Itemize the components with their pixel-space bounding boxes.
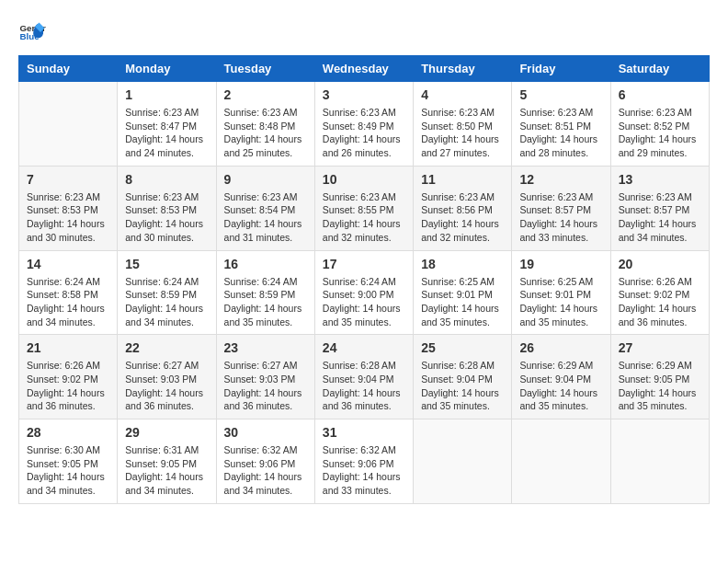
calendar-day-cell: 9Sunrise: 6:23 AMSunset: 8:54 PMDaylight… <box>216 166 314 250</box>
day-info: Sunrise: 6:29 AMSunset: 9:04 PMDaylight:… <box>519 359 602 413</box>
calendar-week-row: 14Sunrise: 6:24 AMSunset: 8:58 PMDayligh… <box>19 250 710 335</box>
calendar-day-cell <box>19 82 118 167</box>
day-number: 1 <box>125 87 208 102</box>
col-header-sunday: Sunday <box>19 56 118 82</box>
calendar-day-cell <box>414 419 512 504</box>
calendar-day-cell: 24Sunrise: 6:28 AMSunset: 9:04 PMDayligh… <box>314 335 413 419</box>
calendar-day-cell: 2Sunrise: 6:23 AMSunset: 8:48 PMDaylight… <box>216 82 314 167</box>
day-number: 28 <box>27 425 109 440</box>
day-info: Sunrise: 6:23 AMSunset: 8:53 PMDaylight:… <box>27 190 109 245</box>
day-number: 8 <box>125 172 208 187</box>
day-number: 22 <box>125 340 208 355</box>
day-info: Sunrise: 6:25 AMSunset: 9:01 PMDaylight:… <box>519 275 602 329</box>
day-number: 18 <box>421 257 504 271</box>
day-number: 17 <box>323 257 405 271</box>
day-number: 11 <box>421 172 504 187</box>
day-number: 2 <box>224 87 307 102</box>
day-number: 19 <box>519 257 602 271</box>
day-number: 21 <box>27 340 109 355</box>
day-info: Sunrise: 6:23 AMSunset: 8:57 PMDaylight:… <box>519 190 602 245</box>
calendar-day-cell: 23Sunrise: 6:27 AMSunset: 9:03 PMDayligh… <box>216 335 314 419</box>
calendar-week-row: 7Sunrise: 6:23 AMSunset: 8:53 PMDaylight… <box>19 166 710 250</box>
col-header-thursday: Thursday <box>414 56 512 82</box>
calendar-day-cell: 18Sunrise: 6:25 AMSunset: 9:01 PMDayligh… <box>414 250 512 335</box>
calendar-day-cell: 20Sunrise: 6:26 AMSunset: 9:02 PMDayligh… <box>610 250 709 335</box>
day-number: 3 <box>323 87 405 102</box>
day-number: 13 <box>619 172 701 187</box>
calendar-day-cell: 10Sunrise: 6:23 AMSunset: 8:55 PMDayligh… <box>314 166 413 250</box>
calendar-day-cell: 12Sunrise: 6:23 AMSunset: 8:57 PMDayligh… <box>512 166 610 250</box>
day-info: Sunrise: 6:23 AMSunset: 8:49 PMDaylight:… <box>323 106 405 160</box>
day-info: Sunrise: 6:23 AMSunset: 8:54 PMDaylight:… <box>224 190 307 245</box>
calendar-day-cell: 8Sunrise: 6:23 AMSunset: 8:53 PMDaylight… <box>118 166 216 250</box>
col-header-friday: Friday <box>512 56 610 82</box>
day-number: 24 <box>323 340 405 355</box>
logo-icon: General Blue <box>18 18 46 46</box>
day-info: Sunrise: 6:30 AMSunset: 9:05 PMDaylight:… <box>27 443 109 498</box>
day-number: 26 <box>519 340 602 355</box>
day-info: Sunrise: 6:29 AMSunset: 9:05 PMDaylight:… <box>619 359 701 413</box>
calendar-day-cell: 14Sunrise: 6:24 AMSunset: 8:58 PMDayligh… <box>19 250 118 335</box>
calendar-week-row: 21Sunrise: 6:26 AMSunset: 9:02 PMDayligh… <box>19 335 710 419</box>
day-number: 16 <box>224 257 307 271</box>
day-number: 7 <box>27 172 109 187</box>
day-info: Sunrise: 6:24 AMSunset: 8:59 PMDaylight:… <box>125 275 208 329</box>
day-info: Sunrise: 6:32 AMSunset: 9:06 PMDaylight:… <box>323 443 405 498</box>
day-info: Sunrise: 6:23 AMSunset: 8:56 PMDaylight:… <box>421 190 504 245</box>
day-info: Sunrise: 6:23 AMSunset: 8:57 PMDaylight:… <box>619 190 701 245</box>
col-header-saturday: Saturday <box>610 56 709 82</box>
calendar-day-cell: 29Sunrise: 6:31 AMSunset: 9:05 PMDayligh… <box>118 419 216 504</box>
day-info: Sunrise: 6:31 AMSunset: 9:05 PMDaylight:… <box>125 443 208 498</box>
day-number: 29 <box>125 425 208 440</box>
calendar-day-cell: 13Sunrise: 6:23 AMSunset: 8:57 PMDayligh… <box>610 166 709 250</box>
col-header-monday: Monday <box>118 56 216 82</box>
day-info: Sunrise: 6:26 AMSunset: 9:02 PMDaylight:… <box>619 275 701 329</box>
svg-text:Blue: Blue <box>20 31 40 41</box>
calendar-day-cell: 26Sunrise: 6:29 AMSunset: 9:04 PMDayligh… <box>512 335 610 419</box>
calendar-day-cell: 17Sunrise: 6:24 AMSunset: 9:00 PMDayligh… <box>314 250 413 335</box>
calendar-day-cell: 27Sunrise: 6:29 AMSunset: 9:05 PMDayligh… <box>610 335 709 419</box>
calendar-day-cell: 28Sunrise: 6:30 AMSunset: 9:05 PMDayligh… <box>19 419 118 504</box>
day-number: 23 <box>224 340 307 355</box>
logo: General Blue <box>18 18 50 46</box>
day-info: Sunrise: 6:23 AMSunset: 8:50 PMDaylight:… <box>421 106 504 160</box>
day-info: Sunrise: 6:24 AMSunset: 8:58 PMDaylight:… <box>27 275 109 329</box>
day-info: Sunrise: 6:23 AMSunset: 8:55 PMDaylight:… <box>323 190 405 245</box>
day-info: Sunrise: 6:23 AMSunset: 8:47 PMDaylight:… <box>125 106 208 160</box>
day-info: Sunrise: 6:26 AMSunset: 9:02 PMDaylight:… <box>27 359 109 413</box>
day-info: Sunrise: 6:23 AMSunset: 8:51 PMDaylight:… <box>519 106 602 160</box>
day-number: 31 <box>323 425 405 440</box>
day-info: Sunrise: 6:32 AMSunset: 9:06 PMDaylight:… <box>224 443 307 498</box>
day-number: 14 <box>27 257 109 271</box>
calendar-day-cell: 7Sunrise: 6:23 AMSunset: 8:53 PMDaylight… <box>19 166 118 250</box>
day-info: Sunrise: 6:23 AMSunset: 8:52 PMDaylight:… <box>619 106 701 160</box>
day-number: 4 <box>421 87 504 102</box>
calendar-day-cell: 4Sunrise: 6:23 AMSunset: 8:50 PMDaylight… <box>414 82 512 167</box>
day-number: 27 <box>619 340 701 355</box>
day-info: Sunrise: 6:25 AMSunset: 9:01 PMDaylight:… <box>421 275 504 329</box>
calendar-day-cell: 31Sunrise: 6:32 AMSunset: 9:06 PMDayligh… <box>314 419 413 504</box>
day-number: 6 <box>619 87 701 102</box>
day-info: Sunrise: 6:23 AMSunset: 8:48 PMDaylight:… <box>224 106 307 160</box>
day-info: Sunrise: 6:23 AMSunset: 8:53 PMDaylight:… <box>125 190 208 245</box>
calendar-day-cell: 1Sunrise: 6:23 AMSunset: 8:47 PMDaylight… <box>118 82 216 167</box>
day-info: Sunrise: 6:28 AMSunset: 9:04 PMDaylight:… <box>421 359 504 413</box>
day-info: Sunrise: 6:28 AMSunset: 9:04 PMDaylight:… <box>323 359 405 413</box>
day-number: 20 <box>619 257 701 271</box>
header: General Blue <box>18 18 710 46</box>
col-header-tuesday: Tuesday <box>216 56 314 82</box>
calendar-table: SundayMondayTuesdayWednesdayThursdayFrid… <box>18 55 710 504</box>
col-header-wednesday: Wednesday <box>314 56 413 82</box>
day-info: Sunrise: 6:27 AMSunset: 9:03 PMDaylight:… <box>125 359 208 413</box>
day-number: 25 <box>421 340 504 355</box>
day-number: 9 <box>224 172 307 187</box>
calendar-header-row: SundayMondayTuesdayWednesdayThursdayFrid… <box>19 56 710 82</box>
calendar-day-cell <box>610 419 709 504</box>
day-info: Sunrise: 6:27 AMSunset: 9:03 PMDaylight:… <box>224 359 307 413</box>
calendar-week-row: 28Sunrise: 6:30 AMSunset: 9:05 PMDayligh… <box>19 419 710 504</box>
day-number: 5 <box>519 87 602 102</box>
calendar-day-cell: 11Sunrise: 6:23 AMSunset: 8:56 PMDayligh… <box>414 166 512 250</box>
calendar-day-cell: 5Sunrise: 6:23 AMSunset: 8:51 PMDaylight… <box>512 82 610 167</box>
day-number: 30 <box>224 425 307 440</box>
calendar-week-row: 1Sunrise: 6:23 AMSunset: 8:47 PMDaylight… <box>19 82 710 167</box>
